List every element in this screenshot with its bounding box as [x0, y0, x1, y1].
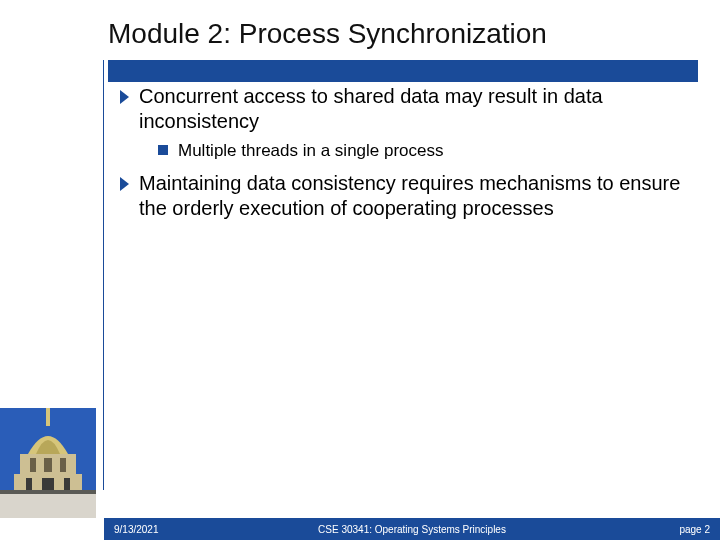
sub-bullet-text: Multiple threads in a single process	[178, 140, 444, 161]
footer: 9/13/2021 CSE 30341: Operating Systems P…	[0, 518, 720, 540]
footer-course: CSE 30341: Operating Systems Principles	[318, 524, 506, 535]
svg-rect-12	[60, 458, 66, 472]
svg-rect-10	[30, 458, 36, 472]
svg-rect-9	[64, 478, 70, 490]
page-title: Module 2: Process Synchronization	[108, 14, 698, 60]
square-bullet-icon	[158, 145, 168, 155]
footer-page: page 2	[679, 524, 710, 535]
dome-logo-icon	[0, 408, 96, 518]
vertical-divider	[103, 60, 104, 490]
bullet-item: Maintaining data consistency requires me…	[120, 171, 690, 221]
svg-rect-5	[46, 408, 50, 426]
bullet-item: Concurrent access to shared data may res…	[120, 84, 690, 134]
svg-rect-8	[42, 478, 54, 490]
bullet-text: Maintaining data consistency requires me…	[139, 171, 690, 221]
arrow-bullet-icon	[120, 177, 129, 191]
content-area: Concurrent access to shared data may res…	[120, 84, 690, 227]
svg-rect-1	[0, 494, 96, 518]
svg-rect-2	[0, 490, 96, 494]
footer-date: 9/13/2021	[114, 524, 159, 535]
arrow-bullet-icon	[120, 90, 129, 104]
sub-bullet-item: Multiple threads in a single process	[158, 140, 690, 161]
bullet-text: Concurrent access to shared data may res…	[139, 84, 690, 134]
footer-left-gap	[0, 518, 104, 540]
title-underbar	[108, 60, 698, 82]
svg-rect-11	[44, 458, 52, 472]
footer-bar: 9/13/2021 CSE 30341: Operating Systems P…	[104, 518, 720, 540]
svg-rect-7	[26, 478, 32, 490]
